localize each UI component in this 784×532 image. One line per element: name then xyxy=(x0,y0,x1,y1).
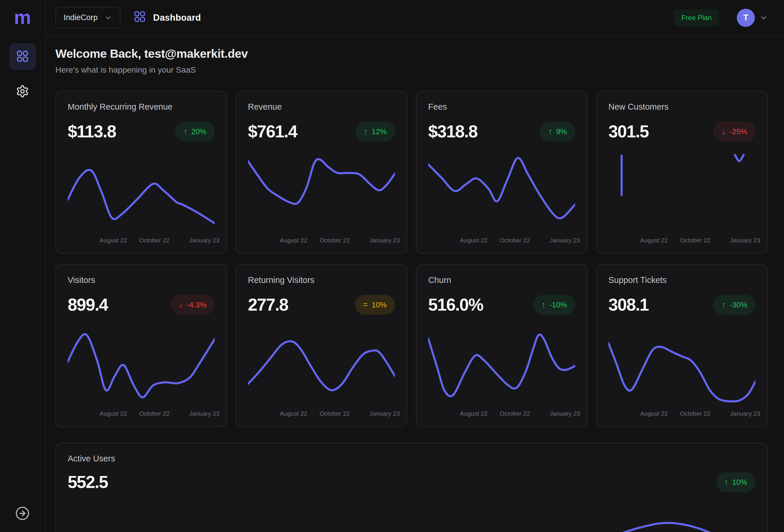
x-tick: January 23 xyxy=(189,410,220,417)
trend-badge: ↓ -25% xyxy=(713,122,755,141)
plan-badge: Free Plan xyxy=(674,9,719,26)
arrow-up-icon: ↑ xyxy=(364,128,368,136)
card-title: Visitors xyxy=(68,275,215,285)
sparkline-chart: August 22 October 22 January 23 xyxy=(609,154,755,245)
x-tick: August 22 xyxy=(100,237,127,244)
card-value: 301.5 xyxy=(609,122,649,141)
badge-label: 10% xyxy=(732,478,747,486)
x-tick: October 22 xyxy=(680,237,710,244)
card-title: New Customers xyxy=(609,102,755,112)
sidebar-item-dashboard[interactable] xyxy=(9,43,36,70)
x-axis: August 22 October 22 January 23 xyxy=(609,234,755,245)
x-axis: August 22 October 22 January 23 xyxy=(248,408,395,418)
x-tick: August 22 xyxy=(460,410,488,417)
x-axis: August 22 October 22 January 23 xyxy=(248,234,395,245)
stat-card-visitors: Visitors 899.4 ↓ -4.3% August 22 October… xyxy=(55,264,227,427)
badge-label: -30% xyxy=(729,301,747,309)
dashboard-icon xyxy=(133,10,146,25)
card-value: $761.4 xyxy=(248,122,297,141)
badge-label: -4.3% xyxy=(187,301,206,309)
sparkline-chart: August 22 October 22 January 23 xyxy=(428,154,575,245)
welcome-subtitle: Here's what is happening in your SaaS xyxy=(55,65,768,75)
chevron-down-icon xyxy=(104,14,112,22)
header: IndieCorp Dashboard Free Plan T xyxy=(46,0,784,36)
card-value: $113.8 xyxy=(68,122,116,141)
arrow-down-icon: ↓ xyxy=(179,301,183,309)
x-tick: January 23 xyxy=(369,410,400,417)
badge-label: -25% xyxy=(729,128,747,135)
card-value: 516.0% xyxy=(428,295,483,315)
badge-label: 12% xyxy=(371,128,387,135)
x-tick: October 22 xyxy=(680,410,710,417)
gear-icon xyxy=(16,85,29,99)
card-title: Active Users xyxy=(68,454,755,464)
stats-grid: Monthly Recurring Revenue $113.8 ↑ 20% A… xyxy=(55,91,768,532)
trend-badge: ↓ -4.3% xyxy=(171,295,215,315)
workspace-name: IndieCorp xyxy=(63,13,98,22)
x-tick: August 22 xyxy=(640,410,668,417)
stat-card-support-tickets: Support Tickets 308.1 ↑ -30% August 22 O… xyxy=(596,264,768,427)
dashboard-grid-icon xyxy=(16,50,29,64)
sidebar: m xyxy=(0,0,46,532)
sparkline-chart: August 22 October 22 January 23 xyxy=(248,327,395,418)
trend-badge: ↑ -30% xyxy=(713,295,755,315)
welcome-heading: Welcome Back, test@makerkit.dev xyxy=(55,47,768,61)
chevron-down-icon xyxy=(759,14,768,22)
page-title: Dashboard xyxy=(153,12,201,23)
card-title: Fees xyxy=(428,102,575,112)
equals-icon: = xyxy=(363,301,368,309)
sparkline-chart: August 22 October 22 January 23 xyxy=(248,154,395,245)
x-axis: August 22 October 22 January 23 xyxy=(428,234,575,245)
trend-badge: ↑ 10% xyxy=(716,472,755,492)
x-tick: January 23 xyxy=(550,237,580,244)
trend-badge: ↑ 12% xyxy=(356,122,395,141)
x-tick: August 22 xyxy=(280,410,307,417)
sparkline-chart xyxy=(68,508,755,532)
x-axis: August 22 October 22 January 23 xyxy=(609,408,755,418)
card-value: 277.8 xyxy=(248,295,288,315)
sidebar-nav xyxy=(9,43,36,105)
x-tick: August 22 xyxy=(100,410,127,417)
badge-label: 9% xyxy=(556,128,567,135)
workspace-selector[interactable]: IndieCorp xyxy=(55,7,120,28)
card-value: 308.1 xyxy=(609,295,649,315)
sidebar-item-settings[interactable] xyxy=(9,78,36,105)
arrow-up-icon: ↑ xyxy=(541,301,545,309)
avatar: T xyxy=(737,9,755,27)
card-value: 899.4 xyxy=(68,295,108,315)
account-menu-button[interactable]: T xyxy=(737,9,768,27)
x-axis: August 22 October 22 January 23 xyxy=(428,408,575,418)
x-tick: October 22 xyxy=(500,410,530,417)
stat-card-returning-visitors: Returning Visitors 277.8 = 10% August 22… xyxy=(236,264,407,427)
page-title-group: Dashboard xyxy=(133,10,201,25)
x-tick: October 22 xyxy=(139,410,169,417)
x-tick: January 23 xyxy=(369,237,400,244)
trend-badge: ↑ 20% xyxy=(175,122,215,141)
arrow-up-icon: ↑ xyxy=(548,128,552,136)
stat-card-revenue: Revenue $761.4 ↑ 12% August 22 October 2… xyxy=(236,91,407,254)
x-tick: January 23 xyxy=(550,410,580,417)
sidebar-collapse-button[interactable] xyxy=(15,506,30,522)
trend-badge: ↑ 9% xyxy=(540,122,575,141)
x-tick: August 22 xyxy=(460,237,488,244)
stat-card-monthly-recurring-revenue: Monthly Recurring Revenue $113.8 ↑ 20% A… xyxy=(55,91,227,254)
arrow-right-circle-icon xyxy=(15,506,30,522)
x-axis: August 22 October 22 January 23 xyxy=(68,234,215,245)
trend-badge: = 10% xyxy=(355,295,395,315)
x-tick: August 22 xyxy=(640,237,668,244)
x-tick: January 23 xyxy=(730,237,760,244)
x-tick: October 22 xyxy=(500,237,530,244)
badge-label: -10% xyxy=(549,301,567,309)
sparkline-chart: August 22 October 22 January 23 xyxy=(68,327,215,418)
stat-card-churn: Churn 516.0% ↑ -10% August 22 October 22… xyxy=(416,264,587,427)
x-tick: October 22 xyxy=(139,237,169,244)
stat-card-new-customers: New Customers 301.5 ↓ -25% August 22 Oct… xyxy=(596,91,768,254)
x-tick: October 22 xyxy=(319,410,350,417)
card-value: $318.8 xyxy=(428,122,477,141)
x-tick: January 23 xyxy=(189,237,220,244)
app-logo[interactable]: m xyxy=(14,7,31,27)
card-value: 552.5 xyxy=(68,472,108,492)
x-tick: October 22 xyxy=(319,237,350,244)
sparkline-chart: August 22 October 22 January 23 xyxy=(609,327,755,418)
card-title: Churn xyxy=(428,275,575,285)
